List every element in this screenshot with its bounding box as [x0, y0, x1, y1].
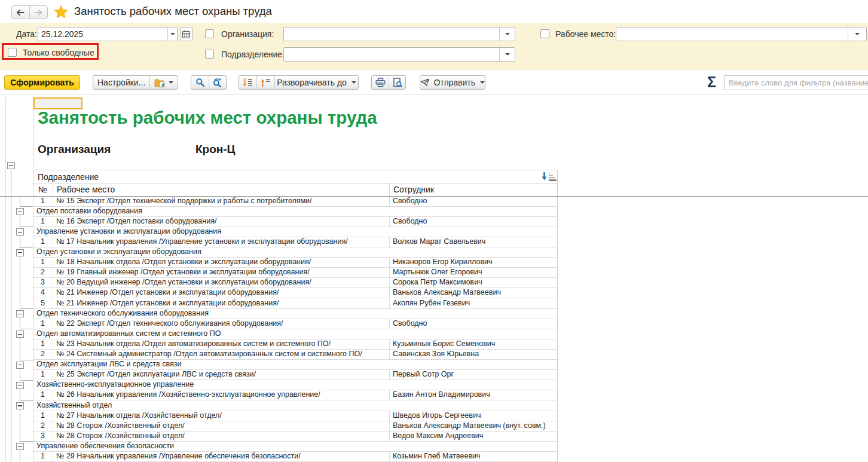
cell-employee[interactable]: Сорока Петр Максимович	[390, 278, 557, 287]
cell-workplace[interactable]: № 21 Инженер /Отдел установки и эксплуат…	[53, 288, 390, 298]
cell-workplace[interactable]: № 19 Главный инженер /Отдел установки и …	[53, 268, 390, 277]
forward-button[interactable]	[30, 6, 48, 19]
cell-employee[interactable]: Кузьминых Борис Семенович	[390, 339, 557, 349]
cell-employee[interactable]: Свободно	[390, 319, 557, 329]
cell-employee[interactable]: Свободно	[390, 217, 557, 227]
cell-num[interactable]: 4	[33, 288, 53, 298]
generate-button[interactable]: Сформировать	[4, 75, 80, 90]
print-button[interactable]	[372, 76, 389, 89]
expand-groups-button[interactable]	[256, 76, 274, 89]
dept-dropdown-button[interactable]	[499, 48, 515, 61]
cell-employee[interactable]: Никаноров Егор Кириллович	[390, 258, 557, 267]
settings-button[interactable]: Настройки...	[93, 76, 149, 89]
send-button[interactable]: Отправить	[420, 76, 485, 89]
table-row[interactable]: 3№ 28 Сторож /Хозяйственный отдел/Ведов …	[33, 432, 557, 442]
cell-workplace[interactable]: № 17 Начальник управления /Управление ус…	[53, 237, 390, 247]
cell-employee[interactable]: Шведов Игорь Сергеевич	[390, 411, 557, 421]
table-row[interactable]: 1№ 18 Начальник отдела /Отдел установки …	[33, 258, 557, 268]
group-row[interactable]: Отдел поставки оборудования	[33, 207, 557, 217]
table-row[interactable]: 1№ 17 Начальник управления /Управление у…	[33, 237, 557, 247]
table-row[interactable]: 1№ 16 Эксперт /Отдел поставки оборудован…	[33, 217, 557, 227]
workplace-input[interactable]	[616, 27, 867, 41]
cell-num[interactable]: 1	[33, 370, 53, 380]
cell-employee[interactable]: Волков Марат Савельевич	[390, 237, 557, 247]
cell-num[interactable]: 1	[33, 237, 53, 247]
back-button[interactable]	[12, 6, 30, 19]
cell-employee[interactable]: Свободно	[390, 197, 557, 206]
workplace-dropdown-button[interactable]	[848, 27, 866, 41]
favorite-star-icon[interactable]	[54, 5, 68, 19]
cell-employee[interactable]: Ваньков Александр Матвеевич	[390, 288, 557, 298]
cell-employee[interactable]: Первый Сотр Орг	[390, 370, 557, 380]
group-row[interactable]: Хозяйственно-эксплуатационное управление	[33, 380, 557, 390]
group-column-header[interactable]: Подразделение	[33, 170, 557, 183]
cell-num[interactable]: 1	[33, 197, 53, 206]
cell-workplace[interactable]: № 26 Начальник управления /Хозяйственно-…	[53, 390, 390, 400]
cell-workplace[interactable]: № 28 Сторож /Хозяйственный отдел/	[53, 432, 390, 441]
column-header-num[interactable]: №	[33, 183, 53, 196]
print-preview-button[interactable]	[389, 76, 405, 89]
table-row[interactable]: 1№ 22 Эксперт /Отдел технического обслуж…	[33, 319, 557, 329]
cell-workplace[interactable]: № 27 Начальник отдела /Хозяйственный отд…	[53, 411, 390, 421]
date-input[interactable]: 25.12.2025	[38, 27, 178, 41]
cell-num[interactable]: 1	[33, 339, 53, 349]
cell-num[interactable]: 1	[33, 319, 53, 329]
group-row[interactable]: Хозяйственный отдел	[33, 401, 557, 411]
sort-icon[interactable]	[542, 172, 557, 182]
expand-to-button[interactable]: Разворачивать до	[274, 76, 358, 89]
cell-workplace[interactable]: № 29 Начальник управления /Управление об…	[53, 452, 390, 461]
dept-input[interactable]	[283, 47, 515, 62]
group-row[interactable]: Отдел установки и эксплуатации оборудова…	[33, 247, 557, 258]
only-free-checkbox[interactable]	[8, 48, 17, 57]
cell-workplace[interactable]: № 15 Эксперт /Отдел технической поддержк…	[53, 197, 390, 206]
table-row[interactable]: 1№ 27 Начальник отдела /Хозяйственный от…	[33, 411, 557, 421]
cell-num[interactable]: 2	[33, 350, 53, 359]
cell-workplace[interactable]: № 16 Эксперт /Отдел поставки оборудовани…	[53, 217, 390, 227]
cell-workplace[interactable]: № 21 Инженер /Отдел установки и эксплуат…	[53, 299, 390, 308]
search-button[interactable]	[191, 76, 209, 89]
table-row[interactable]: 1№ 23 Начальник отдела /Отдел автоматизи…	[33, 339, 557, 350]
table-row[interactable]: 2№ 24 Системный администратор /Отдел авт…	[33, 350, 557, 360]
group-row[interactable]: Отдел эксплуатации ЛВС и средств связи	[33, 360, 557, 370]
table-row[interactable]: 2№ 19 Главный инженер /Отдел установки и…	[33, 268, 557, 278]
cell-workplace[interactable]: № 28 Сторож /Хозяйственный отдел/	[53, 421, 390, 431]
cell-workplace[interactable]: № 22 Эксперт /Отдел технического обслужи…	[53, 319, 390, 329]
column-header-employee[interactable]: Сотрудник	[390, 183, 557, 196]
cell-num[interactable]: 1	[33, 390, 53, 400]
org-input[interactable]	[283, 27, 515, 41]
quick-filter-input[interactable]	[724, 75, 868, 90]
table-row[interactable]: 3№ 20 Ведущий инженер /Отдел установки и…	[33, 278, 557, 288]
dept-checkbox[interactable]	[205, 50, 214, 59]
grouping-tree[interactable]	[0, 94, 33, 462]
calendar-button[interactable]	[180, 27, 192, 41]
search-next-button[interactable]	[209, 76, 226, 89]
cell-workplace[interactable]: № 20 Ведущий инженер /Отдел установки и …	[53, 278, 390, 287]
sigma-icon[interactable]: Σ	[707, 74, 716, 90]
collapse-groups-button[interactable]	[239, 76, 256, 89]
cell-employee[interactable]: Ведов Максим Андреевич	[390, 432, 557, 441]
table-row[interactable]: 1№ 15 Эксперт /Отдел технической поддерж…	[33, 197, 557, 207]
table-row[interactable]: 1№ 29 Начальник управления /Управление о…	[33, 452, 557, 462]
cell-employee[interactable]: Ваньков Александр Матвеевич (внут. совм.…	[390, 421, 557, 431]
cell-num[interactable]: 1	[33, 217, 53, 227]
cell-employee[interactable]: Базин Антон Владимирович	[390, 390, 557, 400]
cell-num[interactable]: 1	[33, 411, 53, 421]
group-row[interactable]: Управление установки и эксплуатации обор…	[33, 227, 557, 237]
cell-workplace[interactable]: № 24 Системный администратор /Отдел авто…	[53, 350, 390, 359]
group-row[interactable]: Отдел технического обслуживания оборудов…	[33, 309, 557, 319]
cell-employee[interactable]: Козьмин Глеб Матвеевич	[390, 452, 557, 461]
table-row[interactable]: 1№ 25 Эксперт /Отдел эксплуатации ЛВС и …	[33, 370, 557, 380]
cell-workplace[interactable]: № 18 Начальник отдела /Отдел установки и…	[53, 258, 390, 267]
workplace-checkbox[interactable]	[540, 29, 549, 38]
table-row[interactable]: 1№ 26 Начальник управления /Хозяйственно…	[33, 390, 557, 400]
report-variants-button[interactable]	[149, 76, 178, 89]
cell-num[interactable]: 5	[33, 299, 53, 308]
cell-num[interactable]: 3	[33, 278, 53, 287]
table-row[interactable]: 2№ 28 Сторож /Хозяйственный отдел/Ванько…	[33, 421, 557, 432]
cell-employee[interactable]: Савинская Зоя Юрьевна	[390, 350, 557, 359]
group-row[interactable]: Управление обеспечения безопасности	[33, 442, 557, 452]
cell-workplace[interactable]: № 23 Начальник отдела /Отдел автоматизир…	[53, 339, 390, 349]
org-checkbox[interactable]	[205, 29, 214, 38]
column-header-workplace[interactable]: Рабочее место	[53, 183, 390, 196]
cell-workplace[interactable]: № 25 Эксперт /Отдел эксплуатации ЛВС и с…	[53, 370, 390, 380]
